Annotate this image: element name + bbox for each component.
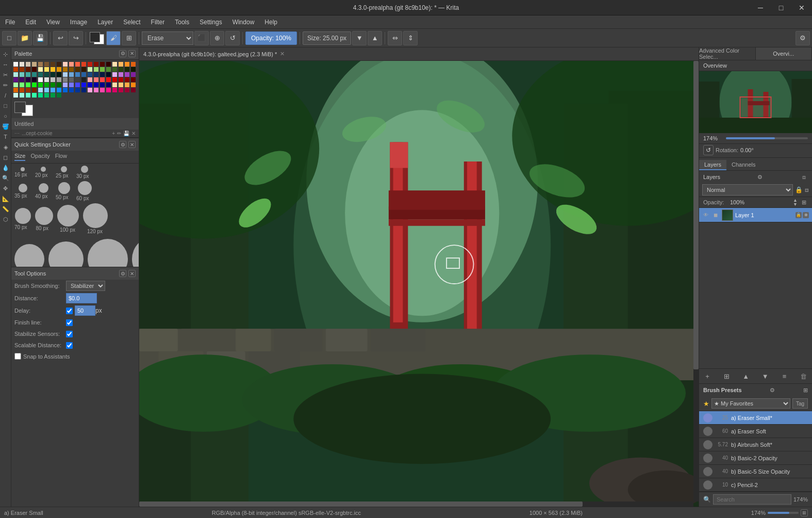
qs-settings-button[interactable]: ⚙ — [119, 141, 126, 148]
zoom-fullscreen-button[interactable]: ⊞ — [801, 509, 808, 516]
snap-assistants-checkbox[interactable] — [14, 353, 21, 360]
color-cell[interactable] — [88, 88, 92, 92]
color-cell[interactable] — [51, 72, 55, 77]
zoom-status-slider[interactable] — [768, 512, 799, 514]
blend-mode-select[interactable]: Normal — [702, 184, 793, 196]
color-cell[interactable] — [100, 88, 105, 92]
color-cell[interactable] — [94, 67, 98, 72]
color-cell[interactable] — [13, 62, 18, 67]
color-cell[interactable] — [112, 88, 117, 92]
color-cell[interactable] — [26, 77, 30, 82]
color-cell[interactable] — [51, 83, 55, 87]
color-cell[interactable] — [75, 88, 80, 92]
color-cell[interactable] — [51, 77, 55, 82]
color-cell[interactable] — [125, 72, 129, 77]
color-cell[interactable] — [32, 72, 37, 77]
tool-text[interactable]: T — [1, 132, 10, 141]
color-cell[interactable] — [44, 83, 49, 87]
color-cell[interactable] — [51, 93, 55, 98]
color-cell[interactable] — [125, 77, 129, 82]
color-cell[interactable] — [112, 83, 117, 87]
color-cell[interactable] — [57, 62, 61, 67]
brush-preset-item[interactable]: 40b) Basic-2 Opacity — [699, 451, 812, 465]
size-down-button[interactable]: ▼ — [352, 31, 367, 45]
mirror-v-button[interactable]: ⇕ — [403, 31, 418, 45]
brush-size-circle[interactable] — [81, 166, 88, 173]
brush-smoothing-select[interactable]: Stabilizer — [66, 281, 105, 291]
menu-file[interactable]: File — [0, 15, 20, 29]
brush-preset-item[interactable]: 25a) Eraser Small* — [699, 411, 812, 425]
color-cell[interactable] — [13, 93, 18, 98]
color-cell[interactable] — [88, 62, 92, 67]
color-cell[interactable] — [106, 77, 111, 82]
brush-preset-item[interactable]: 60a) Eraser Soft — [699, 425, 812, 438]
opacity-expand-button[interactable]: ⊞ — [800, 198, 808, 206]
color-cell[interactable] — [51, 67, 55, 72]
color-cell[interactable] — [119, 77, 123, 82]
color-cell[interactable] — [112, 67, 117, 72]
color-cell[interactable] — [119, 67, 123, 72]
search-input[interactable] — [713, 494, 791, 505]
color-cell[interactable] — [57, 93, 61, 98]
menu-settings[interactable]: Settings — [194, 15, 227, 29]
color-cell[interactable] — [131, 67, 136, 72]
color-cell[interactable] — [20, 88, 24, 92]
color-cell[interactable] — [51, 62, 55, 67]
layer-delete-button[interactable]: 🗑 — [799, 371, 809, 381]
color-cell[interactable] — [63, 77, 68, 82]
brush-size-circle[interactable] — [78, 181, 92, 195]
clear-button[interactable]: ⬛ — [194, 31, 209, 45]
color-cell[interactable] — [20, 77, 24, 82]
color-cell[interactable] — [94, 88, 98, 92]
tool-ellipse[interactable]: ○ — [1, 111, 10, 121]
color-cell[interactable] — [100, 62, 105, 67]
color-cell[interactable] — [69, 83, 74, 87]
tool-gradient[interactable]: ◈ — [1, 142, 10, 152]
color-cell[interactable] — [94, 83, 98, 87]
bp-expand-button[interactable]: ⊞ — [803, 387, 808, 394]
color-cell[interactable] — [112, 72, 117, 77]
undo-button[interactable]: ↩ — [53, 31, 68, 45]
color-cell[interactable] — [32, 62, 37, 67]
menu-window[interactable]: Window — [227, 15, 260, 29]
color-cell[interactable] — [20, 72, 24, 77]
canvas-scrollbar-h-thumb[interactable] — [139, 501, 583, 507]
foreground-color[interactable] — [90, 32, 100, 42]
copy-button[interactable]: ⊕ — [210, 31, 224, 45]
color-cell[interactable] — [13, 83, 18, 87]
rotation-reset-button[interactable]: ↺ — [703, 145, 714, 155]
new-button[interactable]: □ — [2, 31, 16, 45]
color-cell[interactable] — [44, 67, 49, 72]
color-cell[interactable] — [69, 62, 74, 67]
grid-button[interactable]: ⊞ — [122, 31, 136, 45]
color-cell[interactable] — [131, 83, 136, 87]
mirror-h-button[interactable]: ⇔ — [388, 31, 402, 45]
save-button[interactable]: 💾 — [33, 31, 47, 45]
color-cell[interactable] — [106, 83, 111, 87]
size-button[interactable]: Size: 25.00 px — [303, 31, 351, 45]
color-cell[interactable] — [32, 93, 37, 98]
canvas-wrapper[interactable] — [139, 61, 699, 507]
color-cell[interactable] — [38, 77, 43, 82]
layer-move-down-button[interactable]: ▼ — [760, 371, 770, 381]
menu-select[interactable]: Select — [118, 15, 145, 29]
stabilize-sensors-checkbox[interactable] — [66, 331, 73, 337]
minimize-button[interactable]: ─ — [750, 0, 771, 15]
tab-advanced-color[interactable]: Advanced Color Selec... — [699, 47, 756, 60]
menu-help[interactable]: Help — [259, 15, 283, 29]
layer-more-1[interactable]: ⊕ — [803, 212, 809, 218]
color-cell[interactable] — [125, 83, 129, 87]
qs-tab-size[interactable]: Size — [14, 153, 25, 161]
color-cell[interactable] — [81, 83, 86, 87]
tool-eraser[interactable]: ◻ — [1, 153, 10, 162]
opacity-button[interactable]: Opacity: 100% — [245, 31, 297, 45]
layer-item-1[interactable]: 👁 ◼ Layer 1 🔒 ⊕ — [699, 208, 812, 222]
color-cell[interactable] — [81, 77, 86, 82]
menu-layer[interactable]: Layer — [92, 15, 118, 29]
bp-filter-select[interactable]: ★ My Favorites — [711, 398, 790, 409]
tab-overview[interactable]: Overvi... — [756, 47, 813, 60]
color-cell[interactable] — [106, 67, 111, 72]
brush-size-circle[interactable] — [35, 207, 53, 225]
color-cell[interactable] — [57, 83, 61, 87]
close-button[interactable]: ✕ — [791, 0, 812, 15]
